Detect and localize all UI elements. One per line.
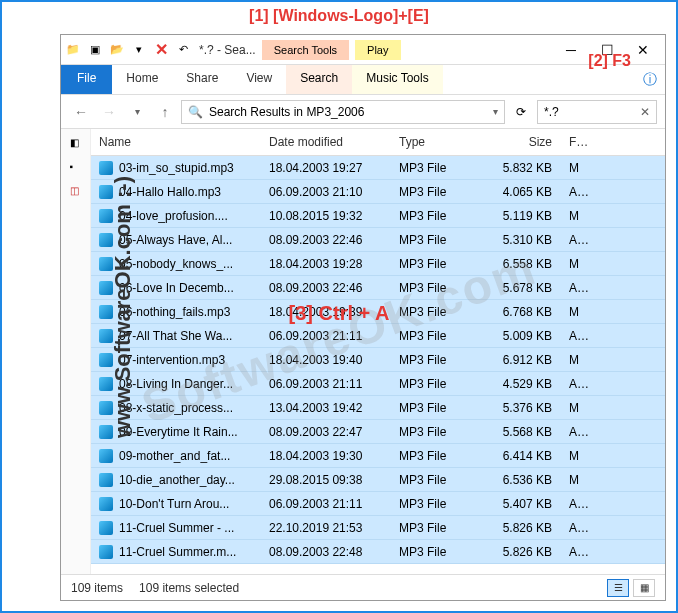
- view-large-button[interactable]: ▦: [633, 579, 655, 597]
- up-button[interactable]: ↑: [153, 100, 177, 124]
- file-size: 5.826 KB: [481, 515, 561, 541]
- file-date: 18.04.2003 19:28: [261, 251, 391, 277]
- file-fc: Ac: [561, 275, 591, 301]
- table-row[interactable]: 10-Don't Turn Arou...06.09.2003 21:11MP3…: [91, 492, 665, 516]
- file-fc: Ac: [561, 539, 591, 565]
- quick-access-toolbar: 📁 ▣ 📂 ▾ ✕ ↶: [65, 42, 191, 58]
- mp3-file-icon: [99, 161, 113, 175]
- table-row[interactable]: 05-nobody_knows_...18.04.2003 19:28MP3 F…: [91, 252, 665, 276]
- search-value: *.?: [544, 105, 559, 119]
- file-name: 05-Always Have, Al...: [119, 233, 232, 247]
- file-type: MP3 File: [391, 515, 481, 541]
- app-icon: 📁: [65, 42, 81, 58]
- file-fc: Ac: [561, 419, 591, 445]
- minimize-button[interactable]: ─: [553, 36, 589, 64]
- recent-dropdown-icon[interactable]: ▾: [125, 100, 149, 124]
- file-size: 4.529 KB: [481, 371, 561, 397]
- sidebar-thispc-icon[interactable]: ▪: [70, 161, 82, 173]
- table-row[interactable]: 05-Always Have, Al...08.09.2003 22:46MP3…: [91, 228, 665, 252]
- watermark-side: www.SoftwareOK.com :-): [110, 176, 136, 438]
- file-type: MP3 File: [391, 395, 481, 421]
- file-type: MP3 File: [391, 179, 481, 205]
- back-button[interactable]: ←: [69, 100, 93, 124]
- col-header-date[interactable]: Date modified: [261, 129, 391, 155]
- file-fc: M: [561, 251, 591, 277]
- file-fc: M: [561, 203, 591, 229]
- file-date: 29.08.2015 09:38: [261, 467, 391, 493]
- file-size: 5.568 KB: [481, 419, 561, 445]
- table-row[interactable]: 10-die_another_day...29.08.2015 09:38MP3…: [91, 468, 665, 492]
- tab-share[interactable]: Share: [172, 65, 232, 94]
- file-name: 06-Love In Decemb...: [119, 281, 234, 295]
- file-name: 11-Cruel Summer.m...: [119, 545, 236, 559]
- ribbon-collapse-icon[interactable]: ⓘ: [643, 71, 657, 89]
- status-bar: 109 items 109 items selected ☰ ▦: [61, 574, 665, 600]
- table-row[interactable]: 11-Cruel Summer.m...08.09.2003 22:48MP3 …: [91, 540, 665, 564]
- tab-home[interactable]: Home: [112, 65, 172, 94]
- file-type: MP3 File: [391, 347, 481, 373]
- qat-undo-icon[interactable]: ↶: [175, 42, 191, 58]
- file-date: 06.09.2003 21:10: [261, 179, 391, 205]
- col-header-fc[interactable]: Fc: [561, 129, 591, 155]
- table-row[interactable]: 04-Hallo Hallo.mp306.09.2003 21:10MP3 Fi…: [91, 180, 665, 204]
- nav-pane: ◧ ▪ ◫: [61, 129, 91, 574]
- tab-search[interactable]: Search: [286, 65, 352, 94]
- ribbon-tabs: File Home Share View Search Music Tools …: [61, 65, 665, 95]
- file-name: 09-mother_and_fat...: [119, 449, 230, 463]
- file-date: 10.08.2015 19:32: [261, 203, 391, 229]
- forward-button[interactable]: →: [97, 100, 121, 124]
- file-date: 18.04.2003 19:30: [261, 443, 391, 469]
- col-header-type[interactable]: Type: [391, 129, 481, 155]
- table-row[interactable]: 11-Cruel Summer - ...22.10.2019 21:53MP3…: [91, 516, 665, 540]
- qat-delete-icon[interactable]: ✕: [153, 42, 169, 58]
- address-bar[interactable]: 🔍 Search Results in MP3_2006 ▾: [181, 100, 505, 124]
- file-size: 5.119 KB: [481, 203, 561, 229]
- search-input[interactable]: *.? ✕: [537, 100, 657, 124]
- tab-music-tools[interactable]: Music Tools: [352, 65, 442, 94]
- refresh-button[interactable]: ⟳: [509, 100, 533, 124]
- col-header-size[interactable]: Size: [481, 129, 561, 155]
- table-row[interactable]: 09-mother_and_fat...18.04.2003 19:30MP3 …: [91, 444, 665, 468]
- file-type: MP3 File: [391, 156, 481, 181]
- file-tab[interactable]: File: [61, 65, 112, 94]
- context-tab-search-tools: Search Tools: [262, 40, 349, 60]
- navigation-bar: ← → ▾ ↑ 🔍 Search Results in MP3_2006 ▾ ⟳…: [61, 95, 665, 129]
- file-name: 07-All That She Wa...: [119, 329, 232, 343]
- file-fc: Ac: [561, 515, 591, 541]
- annotation-1: [1] [Windows-Logo]+[E]: [249, 7, 429, 25]
- file-fc: M: [561, 347, 591, 373]
- file-size: 6.536 KB: [481, 467, 561, 493]
- address-dropdown-icon[interactable]: ▾: [493, 106, 498, 117]
- file-name: 10-die_another_day...: [119, 473, 235, 487]
- file-type: MP3 File: [391, 467, 481, 493]
- qat-newfolder-icon[interactable]: 📂: [109, 42, 125, 58]
- status-selected-count: 109 items selected: [139, 581, 239, 595]
- file-type: MP3 File: [391, 419, 481, 445]
- file-date: 06.09.2003 21:11: [261, 491, 391, 517]
- qat-dropdown-icon[interactable]: ▾: [131, 42, 147, 58]
- file-name: 10-Don't Turn Arou...: [119, 497, 229, 511]
- search-clear-icon[interactable]: ✕: [640, 105, 650, 119]
- file-date: 13.04.2003 19:42: [261, 395, 391, 421]
- title-bar: 📁 ▣ 📂 ▾ ✕ ↶ *.? - Sea... Search Tools Pl…: [61, 35, 665, 65]
- list-body[interactable]: 03-im_so_stupid.mp318.04.2003 19:27MP3 F…: [91, 156, 665, 574]
- file-size: 6.414 KB: [481, 443, 561, 469]
- file-name: 11-Cruel Summer - ...: [119, 521, 234, 535]
- sidebar-quickaccess-icon[interactable]: ◧: [70, 137, 82, 149]
- file-size: 5.826 KB: [481, 539, 561, 565]
- file-name: 09-Everytime It Rain...: [119, 425, 238, 439]
- context-tab-play: Play: [355, 40, 400, 60]
- table-row[interactable]: 04-love_profusion....10.08.2015 19:32MP3…: [91, 204, 665, 228]
- qat-properties-icon[interactable]: ▣: [87, 42, 103, 58]
- mp3-file-icon: [99, 473, 113, 487]
- view-details-button[interactable]: ☰: [607, 579, 629, 597]
- table-row[interactable]: 03-im_so_stupid.mp318.04.2003 19:27MP3 F…: [91, 156, 665, 180]
- tab-view[interactable]: View: [232, 65, 286, 94]
- file-type: MP3 File: [391, 371, 481, 397]
- mp3-file-icon: [99, 497, 113, 511]
- mp3-file-icon: [99, 521, 113, 535]
- sidebar-network-icon[interactable]: ◫: [70, 185, 82, 197]
- file-date: 08.09.2003 22:47: [261, 419, 391, 445]
- file-size: 4.065 KB: [481, 179, 561, 205]
- col-header-name[interactable]: Name: [91, 129, 261, 155]
